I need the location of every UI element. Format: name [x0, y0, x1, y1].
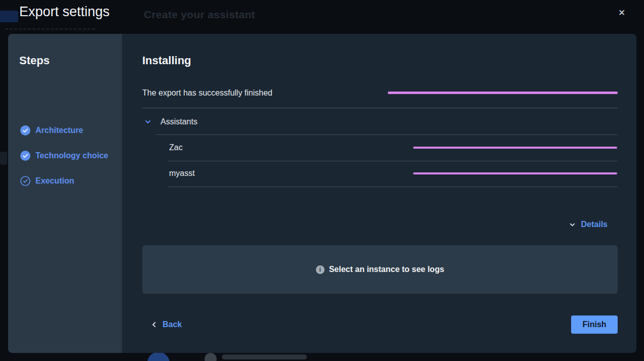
check-circle-outline-icon	[20, 176, 30, 186]
assistant-progress-bar	[413, 172, 617, 174]
check-circle-filled-icon	[20, 151, 30, 161]
divider	[168, 187, 618, 187]
dimmed-background-button	[0, 11, 18, 22]
export-settings-modal: Steps Architecture Technology choice	[8, 34, 636, 353]
step-label: Execution	[35, 176, 74, 186]
dimmed-background-dashes	[5, 28, 95, 30]
assistant-progress-bar	[413, 147, 617, 149]
assistants-section-toggle[interactable]: Assistants	[144, 116, 197, 128]
divider	[155, 134, 618, 135]
details-toggle[interactable]: Details	[569, 219, 608, 230]
assistants-section-label: Assistants	[160, 117, 197, 126]
info-icon: i	[316, 265, 325, 274]
divider	[168, 161, 618, 161]
logs-panel: i Select an instance to see logs	[142, 245, 618, 294]
check-circle-filled-icon	[20, 125, 30, 136]
installing-panel: Installing The export has successfully f…	[122, 34, 636, 353]
steps-title: Steps	[19, 54, 50, 67]
divider	[142, 108, 618, 108]
back-label: Back	[163, 320, 182, 329]
step-item-execution[interactable]: Execution	[20, 175, 74, 187]
overall-progress-bar	[388, 92, 618, 94]
close-button[interactable]: ✕	[614, 5, 629, 20]
dimmed-background-avatar	[205, 353, 217, 361]
chevron-down-icon	[144, 118, 151, 125]
step-label: Technology choice	[35, 151, 108, 160]
chevron-down-icon	[569, 221, 576, 228]
back-button[interactable]: Back	[151, 319, 182, 330]
step-item-architecture[interactable]: Architecture	[20, 124, 83, 137]
dialog-title: Export settings	[19, 4, 110, 20]
assistant-row-myasst[interactable]: myasst	[169, 169, 195, 178]
logs-panel-message: Select an instance to see logs	[329, 265, 445, 274]
details-label: Details	[581, 220, 608, 229]
assistant-row-zac[interactable]: Zac	[169, 143, 183, 152]
dimmed-background-blob	[0, 152, 7, 165]
status-text: The export has successfully finished	[142, 88, 272, 98]
close-icon: ✕	[618, 8, 625, 18]
dimmed-background-avatar	[147, 352, 170, 361]
page-title: Installing	[142, 54, 191, 67]
step-label: Architecture	[35, 126, 83, 135]
steps-sidebar: Steps Architecture Technology choice	[8, 34, 122, 353]
export-settings-overlay: Create your assistant Export settings ✕ …	[0, 0, 644, 361]
dimmed-background-title: Create your assistant	[144, 9, 255, 21]
chevron-left-icon	[151, 321, 157, 328]
dimmed-background-text	[222, 354, 307, 359]
finish-button[interactable]: Finish	[571, 315, 618, 334]
step-item-technology-choice[interactable]: Technology choice	[20, 150, 108, 162]
